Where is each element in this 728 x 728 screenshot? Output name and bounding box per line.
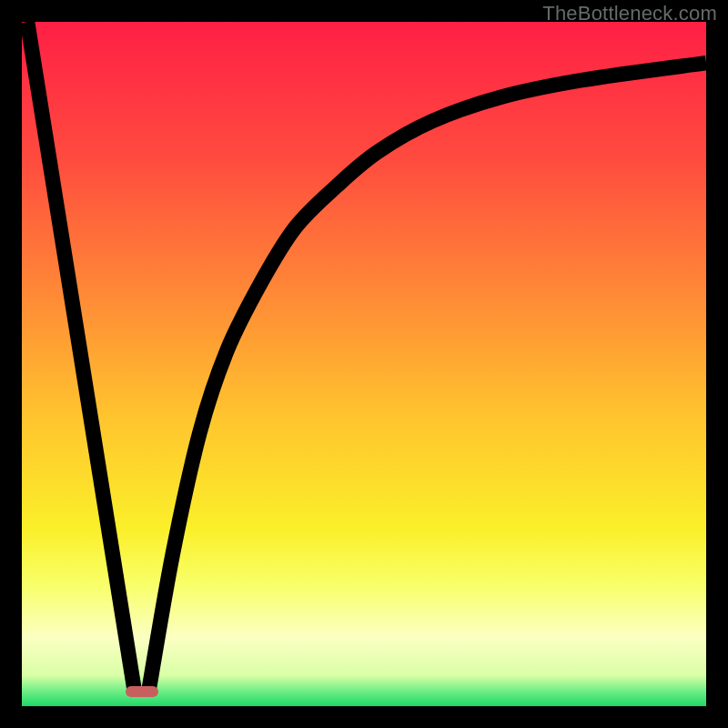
plot-area	[22, 22, 706, 706]
min-marker	[126, 686, 158, 697]
left-line	[27, 22, 135, 693]
chart-frame: TheBottleneck.com	[0, 0, 728, 728]
curves-layer	[22, 22, 706, 706]
attribution-label: TheBottleneck.com	[542, 2, 717, 25]
right-curve	[148, 63, 706, 693]
